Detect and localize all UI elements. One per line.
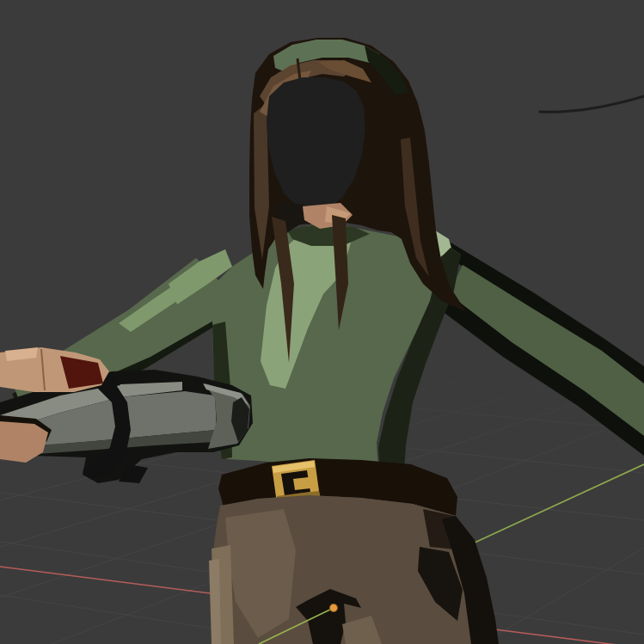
belt-buckle-tongue	[293, 477, 310, 490]
origin-point[interactable]	[330, 604, 338, 612]
3d-viewport[interactable]	[0, 0, 644, 644]
viewport-canvas[interactable]	[0, 0, 644, 644]
